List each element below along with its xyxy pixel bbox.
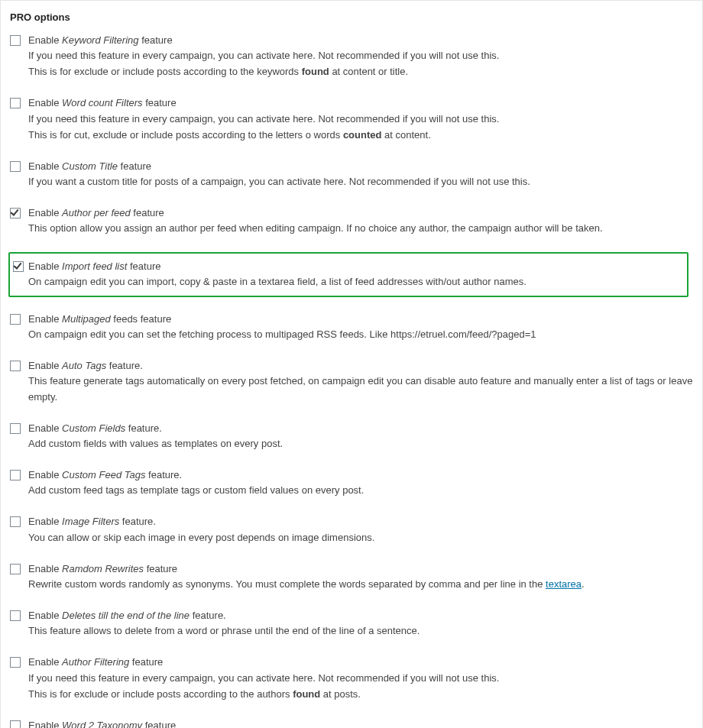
option-auto-tags: Enable Auto Tags feature. This feature g… [10,359,693,404]
desc-keyword-filtering-2: This is for exclude or include posts acc… [28,64,693,79]
label-keyword-filtering[interactable]: Enable Keyword Filtering feature [28,34,693,47]
checkbox-author-per-feed[interactable] [10,208,21,218]
textarea-link[interactable]: textarea [546,578,582,590]
desc-import-feed-list: On campaign edit you can import, copy & … [28,274,681,290]
label-auto-tags[interactable]: Enable Auto Tags feature. [28,359,693,373]
checkbox-custom-fields[interactable] [10,423,21,434]
option-import-feed-list: Enable Import feed list feature On campa… [8,252,688,297]
label-deletes-eol[interactable]: Enable Deletes till the end of the line … [28,609,693,623]
checkbox-custom-feed-tags[interactable] [10,470,21,480]
checkbox-deletes-eol[interactable] [10,610,21,621]
checkbox-keyword-filtering[interactable] [10,35,21,46]
label-author-filtering[interactable]: Enable Author Filtering feature [28,655,693,669]
checkbox-author-filtering[interactable] [10,657,21,668]
label-custom-feed-tags[interactable]: Enable Custom Feed Tags feature. [28,468,693,482]
option-random-rewrites: Enable Ramdom Rewrites feature Rewrite c… [10,562,693,592]
label-image-filters[interactable]: Enable Image Filters feature. [28,515,693,529]
label-custom-title[interactable]: Enable Custom Title feature [28,160,693,173]
label-custom-fields[interactable]: Enable Custom Fields feature. [28,422,693,435]
option-multipaged: Enable Multipaged feeds feature On campa… [10,312,693,342]
desc-random-rewrites: Rewrite custom words randomly as synonym… [28,577,693,592]
label-import-feed-list[interactable]: Enable Import feed list feature [28,260,681,273]
label-word2taxonomy[interactable]: Enable Word 2 Taxonomy feature [28,719,693,728]
checkbox-word2taxonomy[interactable] [10,720,21,728]
option-image-filters: Enable Image Filters feature. You can al… [10,515,693,545]
desc-multipaged: On campaign edit you can set the fetchin… [28,327,693,342]
label-random-rewrites[interactable]: Enable Ramdom Rewrites feature [28,562,693,576]
option-word2taxonomy: Enable Word 2 Taxonomy feature If you ne… [10,719,693,728]
option-author-filtering: Enable Author Filtering feature If you n… [10,655,693,701]
checkbox-random-rewrites[interactable] [10,564,21,574]
desc-deletes-eol: This feature allows to delete from a wor… [28,623,693,639]
desc-keyword-filtering-1: If you need this feature in every campai… [28,48,693,63]
desc-custom-fields: Add custom fields with values as templat… [28,436,693,451]
checkbox-import-feed-list[interactable] [13,261,24,272]
option-custom-feed-tags: Enable Custom Feed Tags feature. Add cus… [10,468,693,498]
label-word-count[interactable]: Enable Word count Filters feature [28,96,693,110]
panel-title: PRO options [10,11,693,23]
checkbox-multipaged[interactable] [10,314,21,325]
label-author-per-feed[interactable]: Enable Author per feed feature [28,206,693,220]
checkbox-custom-title[interactable] [10,161,21,172]
option-custom-fields: Enable Custom Fields feature. Add custom… [10,422,693,451]
desc-image-filters: You can allow or skip each image in ever… [28,530,693,545]
desc-custom-feed-tags: Add custom feed tags as template tags or… [28,483,693,498]
option-word-count: Enable Word count Filters feature If you… [10,96,693,142]
checkbox-auto-tags[interactable] [10,361,21,371]
desc-author-per-feed: This option allow you assign an author p… [28,221,693,236]
option-author-per-feed: Enable Author per feed feature This opti… [10,206,693,236]
label-multipaged[interactable]: Enable Multipaged feeds feature [28,312,693,326]
option-keyword-filtering: Enable Keyword Filtering feature If you … [10,34,693,79]
desc-author-filtering-2: This is for exclude or include posts acc… [28,687,693,702]
desc-author-filtering-1: If you need this feature in every campai… [28,671,693,686]
option-deletes-eol: Enable Deletes till the end of the line … [10,609,693,639]
desc-custom-title: If you want a custom title for posts of … [28,174,693,189]
desc-auto-tags: This feature generate tags automatically… [28,374,693,404]
checkbox-word-count[interactable] [10,98,21,108]
option-custom-title: Enable Custom Title feature If you want … [10,160,693,189]
desc-word-count-1: If you need this feature in every campai… [28,112,693,127]
checkbox-image-filters[interactable] [10,516,21,527]
pro-options-panel: PRO options Enable Keyword Filtering fea… [0,0,703,728]
desc-word-count-2: This is for cut, exclude or include post… [28,128,693,143]
